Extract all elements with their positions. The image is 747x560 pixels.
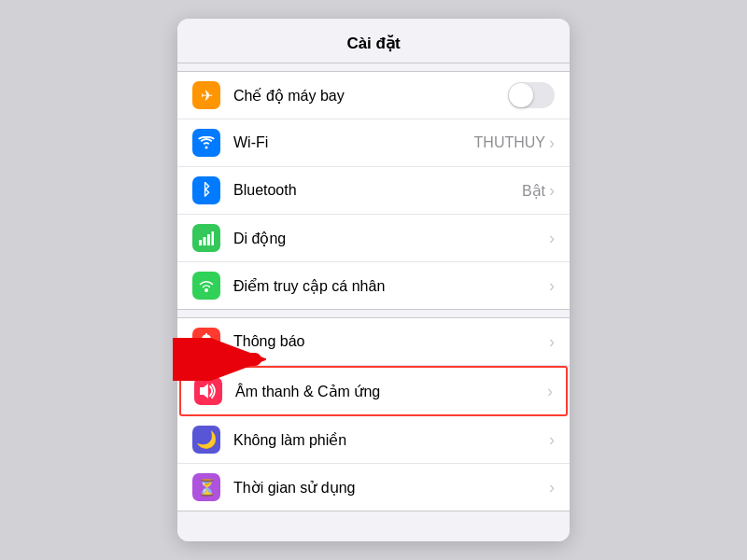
hotspot-icon [192, 272, 220, 300]
row-bluetooth[interactable]: ᛒ Bluetooth Bật › [177, 167, 570, 215]
cellular-label: Di động [233, 230, 549, 247]
svg-rect-5 [212, 231, 215, 245]
row-screentime[interactable]: ⏳ Thời gian sử dụng › [177, 464, 570, 511]
toggle-knob [509, 83, 533, 107]
svg-marker-7 [200, 384, 208, 399]
screentime-chevron: › [549, 478, 555, 497]
bluetooth-chevron: › [549, 181, 555, 201]
cellular-icon [192, 224, 220, 252]
row-airplane[interactable]: ✈ Chế độ máy bay [177, 72, 570, 119]
wifi-label: Wi-Fi [233, 134, 474, 151]
notifications-chevron: › [549, 332, 555, 352]
hotspot-label: Điểm truy cập cá nhân [233, 277, 549, 295]
bluetooth-icon: ᛒ [192, 176, 220, 204]
airplane-icon: ✈ [192, 81, 220, 109]
sounds-chevron: › [547, 382, 553, 401]
wifi-chevron: › [549, 133, 555, 153]
hotspot-chevron: › [549, 276, 555, 296]
arrow-container [173, 338, 266, 385]
screentime-icon: ⏳ [192, 473, 220, 501]
row-wifi[interactable]: Wi-Fi THUTHUY › [177, 119, 570, 167]
bluetooth-value: Bật [522, 182, 545, 200]
screentime-label: Thời gian sử dụng [233, 479, 549, 497]
background: Cài đặt ✈ Chế độ máy bay [0, 0, 747, 560]
phone-panel: Cài đặt ✈ Chế độ máy bay [177, 19, 570, 541]
dnd-chevron: › [549, 430, 555, 450]
red-arrow-icon [173, 338, 266, 381]
settings-list[interactable]: ✈ Chế độ máy bay Wi-Fi THUTHUY › [177, 63, 570, 541]
bluetooth-label: Bluetooth [233, 182, 522, 199]
row-cellular[interactable]: Di động › [177, 215, 570, 262]
airplane-toggle[interactable] [508, 82, 555, 108]
dnd-label: Không làm phiền [233, 431, 549, 449]
svg-point-6 [204, 288, 208, 292]
section-1: ✈ Chế độ máy bay Wi-Fi THUTHUY › [177, 71, 570, 310]
row-hotspot[interactable]: Điểm truy cập cá nhân › [177, 262, 570, 309]
svg-rect-3 [204, 237, 206, 245]
header-title: Cài đặt [346, 35, 400, 52]
svg-rect-2 [199, 240, 202, 245]
header: Cài đặt [177, 19, 570, 63]
dnd-icon: 🌙 [192, 426, 220, 454]
notifications-label: Thông báo [233, 333, 549, 350]
wifi-value: THUTHUY [474, 134, 545, 151]
sounds-label: Âm thanh & Cảm ứng [235, 383, 547, 400]
wifi-icon [192, 129, 220, 157]
svg-rect-4 [207, 234, 210, 245]
cellular-chevron: › [549, 229, 555, 248]
airplane-label: Chế độ máy bay [233, 87, 508, 105]
row-dnd[interactable]: 🌙 Không làm phiền › [177, 416, 570, 464]
